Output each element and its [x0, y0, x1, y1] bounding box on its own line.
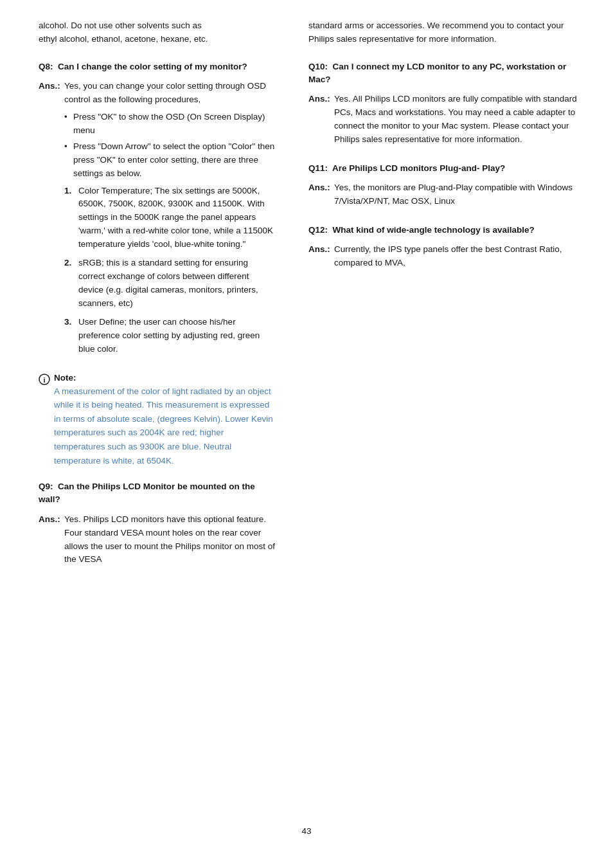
note-body: Note: A measurement of the color of ligh… [54, 373, 276, 468]
num-label-2: 2. [64, 257, 78, 311]
right-intro: standard arms or accessories. We recomme… [308, 19, 581, 46]
q8-question: Q8: Can I change the color setting of my… [39, 60, 276, 73]
a10-answer: Ans.: Yes. All Philips LCD monitors are … [308, 93, 581, 150]
a12-label: Ans.: [308, 243, 334, 274]
svg-text:i: i [43, 375, 45, 383]
intro-line2: ethyl alcohol, ethanol, acetone, hexane,… [39, 34, 208, 44]
num-content-2: sRGB; this is a standard setting for ens… [78, 257, 276, 311]
bullet-item: Press "Down Arrow" to select the option … [64, 140, 276, 181]
q12-question: Q12: What kind of wide-angle technology … [308, 224, 581, 237]
note-text: A measurement of the color of light radi… [54, 384, 276, 468]
a8-numbered: 1. Color Temperature; The six settings a… [64, 185, 276, 356]
bullet-item: Press "OK" to show the OSD (On Screen Di… [64, 111, 276, 138]
a10-text: Yes. All Philips LCD monitors are fully … [334, 93, 581, 147]
q11-label: Q11: [308, 163, 328, 173]
a9-label: Ans.: [39, 513, 64, 571]
a9-text: Yes. Philips LCD monitors have this opti… [64, 513, 276, 567]
num-content-3: User Define; the user can choose his/her… [78, 316, 276, 356]
q10-block: Q10: Can I connect my LCD monitor to any… [308, 60, 581, 150]
note-title: Note: [54, 373, 276, 383]
a8-label: Ans.: [39, 80, 64, 361]
intro-text: alcohol. Do not use other solvents such … [39, 19, 276, 46]
a12-content: Currently, the IPS type panels offer the… [334, 243, 581, 274]
note-icon: i [39, 374, 50, 385]
a9-content: Yes. Philips LCD monitors have this opti… [64, 513, 276, 571]
a10-content: Yes. All Philips LCD monitors are fully … [334, 93, 581, 150]
q11-question: Q11: Are Philips LCD monitors Plug-and- … [308, 162, 581, 175]
numbered-item-3: 3. User Define; the user can choose his/… [64, 316, 276, 356]
num-label-3: 3. [64, 316, 78, 356]
num-label-1: 1. [64, 185, 78, 252]
a8-answer: Ans.: Yes, you can change your color set… [39, 80, 276, 361]
a12-answer: Ans.: Currently, the IPS type panels off… [308, 243, 581, 274]
q12-block: Q12: What kind of wide-angle technology … [308, 224, 581, 274]
a10-label: Ans.: [308, 93, 334, 150]
q9-question: Q9: Can the Philips LCD Monitor be mount… [39, 480, 276, 507]
q10-text: Can I connect my LCD monitor to any PC, … [308, 62, 566, 84]
q10-question: Q10: Can I connect my LCD monitor to any… [308, 60, 581, 87]
a9-answer: Ans.: Yes. Philips LCD monitors have thi… [39, 513, 276, 571]
right-intro-text: standard arms or accessories. We recomme… [308, 21, 564, 44]
q8-block: Q8: Can I change the color setting of my… [39, 60, 276, 361]
a11-text: Yes, the monitors are Plug-and-Play comp… [334, 181, 581, 208]
a12-text: Currently, the IPS type panels offer the… [334, 243, 581, 270]
num-content-1: Color Temperature; The six settings are … [78, 185, 276, 252]
numbered-item-1: 1. Color Temperature; The six settings a… [64, 185, 276, 252]
a8-bullets: Press "OK" to show the OSD (On Screen Di… [64, 111, 276, 181]
q8-label: Q8: [39, 62, 53, 71]
page: alcohol. Do not use other solvents such … [0, 0, 613, 868]
q10-label: Q10: [308, 62, 328, 71]
q9-text: Can the Philips LCD Monitor be mounted o… [39, 482, 255, 504]
q11-block: Q11: Are Philips LCD monitors Plug-and- … [308, 162, 581, 212]
a11-content: Yes, the monitors are Plug-and-Play comp… [334, 181, 581, 212]
intro-line1: alcohol. Do not use other solvents such … [39, 21, 202, 30]
a8-content: Yes, you can change your color setting t… [64, 80, 276, 361]
q9-block: Q9: Can the Philips LCD Monitor be mount… [39, 480, 276, 570]
q12-text: What kind of wide-angle technology is av… [333, 225, 535, 235]
q12-label: Q12: [308, 225, 328, 235]
q8-text: Can I change the color setting of my mon… [58, 62, 247, 71]
q9-label: Q9: [39, 482, 53, 491]
a11-answer: Ans.: Yes, the monitors are Plug-and-Pla… [308, 181, 581, 212]
q11-text: Are Philips LCD monitors Plug-and- Play? [332, 163, 505, 173]
left-column: alcohol. Do not use other solvents such … [0, 19, 296, 813]
a8-intro: Yes, you can change your color setting t… [64, 80, 276, 107]
note-block: i Note: A measurement of the color of li… [39, 373, 276, 468]
content-columns: alcohol. Do not use other solvents such … [0, 19, 613, 813]
page-number: 43 [0, 826, 613, 842]
right-column: standard arms or accessories. We recomme… [296, 19, 613, 813]
numbered-item-2: 2. sRGB; this is a standard setting for … [64, 257, 276, 311]
a11-label: Ans.: [308, 181, 334, 212]
